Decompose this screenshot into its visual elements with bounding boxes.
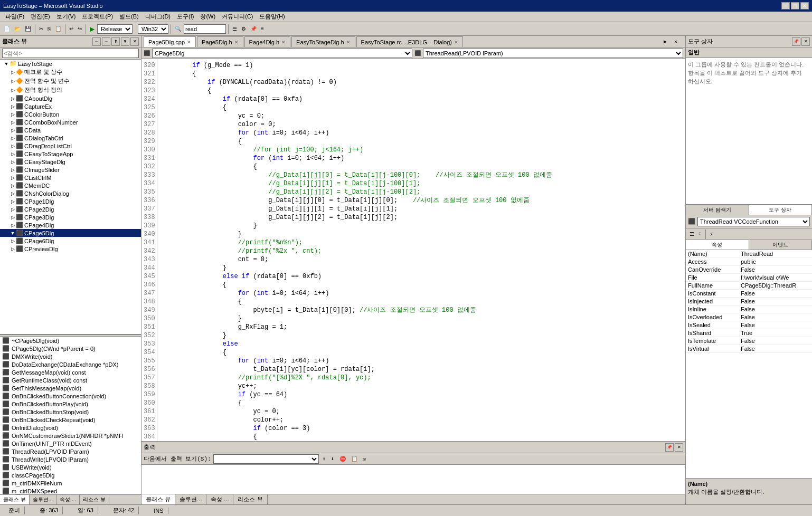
copy-button[interactable]: ⎘ [46,24,52,34]
menu-file[interactable]: 파일(F) [2,12,27,21]
tree-class-cimage[interactable]: ▷⬛CImageSlider [0,166,141,174]
tree-class-captureex[interactable]: ▷⬛CaptureEx [0,102,141,110]
menu-tools[interactable]: 도구(I) [174,12,197,21]
toolbar-btn1[interactable]: ☰ [231,24,239,34]
tab-close-icon3[interactable]: ✕ [281,40,286,45]
member-dodataex[interactable]: ⬛DoDataExchange(CDataExchange *pDX) [0,360,141,368]
member-onbn-stop[interactable]: ⬛OnBnClickedButtonStop(void) [0,408,141,416]
menu-debug[interactable]: 디버그(D) [142,12,174,21]
tree-class-cpage5[interactable]: ▼⬛CPage5Dlg [0,229,141,237]
tree-class-ceasystage[interactable]: ▷⬛CEasyStageDlg [0,158,141,166]
bottom-tab-attr[interactable]: 속성 ... [206,494,233,504]
close-button[interactable]: ✕ [800,2,809,9]
member-oninit[interactable]: ⬛OnInitDialog(void) [0,424,141,432]
props-alphabetical[interactable]: ↕ [697,229,703,240]
tab-page5dlg-h[interactable]: Page5Dlg.h ✕ [197,36,243,47]
new-button[interactable]: 📄 [2,24,12,34]
output-source-select[interactable] [213,454,319,464]
tab-close-icon2[interactable]: ✕ [234,40,239,45]
member-getruntime[interactable]: ⬛GetRuntimeClass(void) const [0,376,141,384]
output-btn4[interactable]: 📋 [350,454,359,464]
prop-row-access[interactable]: Access public [686,258,812,266]
toolbox-close[interactable]: ✕ [801,37,810,46]
tree-types[interactable]: ▷ 🔶 전역 형식 정의 [0,85,141,94]
class-search-input[interactable] [2,49,139,58]
platform-select[interactable]: Win32 x64 [138,24,168,34]
member-dmxspeed[interactable]: ⬛m_ctrlDMXSpeed [0,487,141,494]
menu-help[interactable]: 도움말(H) [256,12,288,21]
prop-row-fullname[interactable]: FullName CPage5Dlg::ThreadR [686,282,812,290]
toolbar-btn2[interactable]: ⚙ [240,24,248,34]
tab-close-icon4[interactable]: ✕ [346,40,351,45]
menu-window[interactable]: 창(W) [197,12,219,21]
member-onnm[interactable]: ⬛OnNMCustomdrawSlider1(NMHDR *pNMH [0,432,141,439]
member-usbwrite[interactable]: ⬛USBWrite(void) [0,463,141,471]
member-classcp[interactable]: ⬛classCPage5Dlg [0,471,141,479]
tree-class-cdrag[interactable]: ▷⬛CDragDropListCtrl [0,142,141,150]
bottom-tab-resource[interactable]: 리소스 뷰 [233,494,267,504]
tree-class-clist[interactable]: ▷⬛CListCtrlM [0,174,141,181]
member-ontimer[interactable]: ⬛OnTimer(UINT_PTR nIDEvent) [0,439,141,447]
prop-row-name[interactable]: (Name) ThreadRead [686,250,812,258]
member-dmxwrite[interactable]: ⬛DMXWrite(void) [0,352,141,360]
toolbar-btn4[interactable]: ≡ [259,24,266,34]
nav-forward[interactable]: → [102,37,110,46]
tree-class-ceasy[interactable]: ▷⬛CEasyToStageApp [0,150,141,158]
member-onbn-conn[interactable]: ⬛OnBnClickedButtonConnection(void) [0,392,141,400]
prop-row-isoverloaded[interactable]: IsOverloaded False [686,313,812,321]
menu-edit[interactable]: 편집(E) [27,12,53,21]
props-tab-events[interactable]: 이벤트 [749,240,813,250]
member-getmsg[interactable]: ⬛GetMessageMap(void) const [0,368,141,376]
search-input[interactable] [184,24,226,34]
output-close[interactable]: ✕ [675,443,683,452]
toolbar-btn3[interactable]: 📌 [249,24,258,34]
props-events[interactable]: ⚡ [708,229,714,240]
member-threadwrite[interactable]: ⬛ThreadWrite(LPVOID lParam) [0,455,141,463]
play-button[interactable]: ▶ [88,24,96,34]
save-button[interactable]: 💾 [23,24,33,34]
class-select[interactable]: CPage5Dlg [152,49,412,58]
nav-back[interactable]: ← [92,37,101,46]
paste-button[interactable]: 📋 [53,24,63,34]
nav-up[interactable]: ⬆ [111,37,120,46]
prop-row-file[interactable]: File f:\work\visual c\We [686,274,812,282]
tree-class-ccolorbutton[interactable]: ▷⬛CColorButton [0,110,141,118]
tree-expand-root[interactable]: ▼ [3,61,10,66]
output-pin[interactable]: 📌 [665,443,674,452]
tree-class-cpage1[interactable]: ▷⬛CPage1Dlg [0,197,141,205]
tree-class-cmemd[interactable]: ▷⬛CMemDC [0,181,141,189]
output-btn5[interactable]: ✉ [361,454,367,464]
tree-class-cdata[interactable]: ▷⬛CData [0,126,141,134]
code-editor[interactable]: 320321322323 324325326327 328329330331 3… [141,59,685,441]
tree-class-cpage3[interactable]: ▷⬛CPage3Dlg [0,213,141,221]
props-tab-props[interactable]: 속성 [686,240,749,250]
tree-globals[interactable]: ▷ 🔶 전역 함수 및 변수 [0,77,141,85]
output-btn3[interactable]: ⛔ [338,454,347,464]
tree-class-cpreview[interactable]: ▷⬛CPreviewDlg [0,245,141,253]
tab-scroll-right[interactable]: ▶ [662,36,673,47]
tree-class-cpage2[interactable]: ▷⬛CPage2Dlg [0,205,141,213]
prop-row-issealed[interactable]: IsSealed False [686,321,812,329]
member-threadread[interactable]: ⬛ThreadRead(LPVOID lParam) [0,447,141,455]
prop-row-isinjected[interactable]: IsInjected False [686,298,812,305]
tree-class-caboutdlg[interactable]: ▷⬛CAboutDlg [0,94,141,102]
tab-page5dlg-cpp[interactable]: Page5Dlg.cpp ✕ [144,36,196,47]
tab-close-all[interactable]: ✕ [673,36,683,47]
right-tab-server[interactable]: 서버 탐색기 [686,205,749,215]
member-dmxfilenum[interactable]: ⬛m_ctrlDMXFileNum [0,479,141,487]
menu-community[interactable]: 커뮤니티(C) [219,12,256,21]
tab-easytostage-rc[interactable]: EasyToStage.rc ...E3DLG – Dialog) ✕ [356,36,463,47]
tree-expand-types[interactable]: ▷ [10,88,16,93]
props-object-select[interactable]: ThreadRead VCCodeFunction [697,217,810,226]
cut-button[interactable]: ✂ [37,24,45,34]
prop-row-isvirtual[interactable]: IsVirtual False [686,345,812,353]
tab-easytostage-dlg-h[interactable]: EasyToStageDlg.h ✕ [291,36,355,47]
tab-properties[interactable]: 속성 ... [56,495,80,504]
tree-root[interactable]: ▼ 📁 EasyToStage [0,60,141,68]
menu-project[interactable]: 프로젝트(P) [79,12,116,21]
method-select[interactable]: ThreadRead(LPVOID lParam) [423,49,683,58]
find-button[interactable]: 🔍 [173,24,183,34]
minimize-button[interactable]: − [781,2,790,9]
tree-class-cpage4[interactable]: ▷⬛CPage4Dlg [0,221,141,229]
nav-menu[interactable]: ▼ [121,37,129,46]
